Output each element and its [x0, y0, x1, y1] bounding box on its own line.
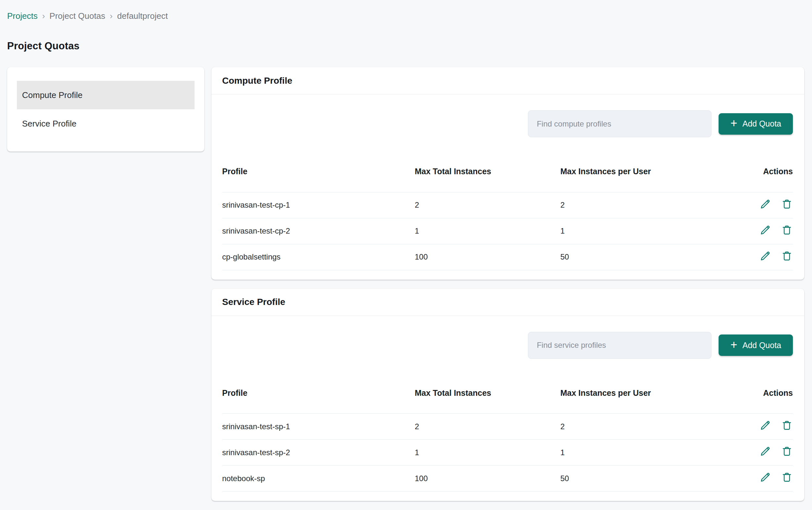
column-header-max-instances-per-user: Max Instances per User — [560, 373, 706, 414]
compute-profile-toolbar: + Add Quota — [222, 110, 793, 137]
delete-quota-button[interactable] — [781, 472, 793, 483]
table-row: notebook-sp 100 50 — [222, 465, 793, 491]
trash-icon — [781, 224, 793, 236]
actions-cell — [706, 440, 793, 465]
pencil-icon — [759, 446, 771, 457]
main-column: Compute Profile + Add Quota — [211, 67, 804, 501]
actions-cell — [706, 218, 793, 244]
project-quotas-page: Projects › Project Quotas › defaultproje… — [0, 0, 812, 501]
max-instances-per-user-cell: 50 — [560, 465, 706, 491]
column-header-max-total-instances: Max Total Instances — [415, 373, 560, 414]
actions-cell — [706, 244, 793, 270]
edit-quota-button[interactable] — [759, 224, 771, 236]
pencil-icon — [759, 224, 771, 236]
actions-cell — [706, 414, 793, 440]
max-instances-per-user-cell: 1 — [560, 440, 706, 465]
max-instances-per-user-cell: 2 — [560, 414, 706, 440]
column-header-max-instances-per-user: Max Instances per User — [560, 151, 706, 192]
max-instances-per-user-cell: 1 — [560, 218, 706, 244]
breadcrumb: Projects › Project Quotas › defaultproje… — [7, 10, 804, 22]
profile-name-cell: srinivasan-test-sp-2 — [222, 440, 415, 465]
service-profile-toolbar: + Add Quota — [222, 332, 793, 359]
table-header-row: Profile Max Total Instances Max Instance… — [222, 373, 793, 414]
service-profile-card-body: + Add Quota Profile Max Total Instances … — [211, 332, 804, 501]
service-profile-card-header: Service Profile — [211, 289, 804, 316]
trash-icon — [781, 198, 793, 210]
delete-quota-button[interactable] — [781, 420, 793, 431]
trash-icon — [781, 446, 793, 457]
max-total-instances-cell: 100 — [415, 465, 560, 491]
trash-icon — [781, 420, 793, 431]
max-total-instances-cell: 2 — [415, 192, 560, 218]
column-header-actions: Actions — [706, 373, 793, 414]
table-row: srinivasan-test-sp-2 1 1 — [222, 440, 793, 465]
table-row: cp-globalsettings 100 50 — [222, 244, 793, 270]
delete-quota-button[interactable] — [781, 198, 793, 210]
column-header-actions: Actions — [706, 151, 793, 192]
chevron-right-icon: › — [42, 10, 45, 22]
edit-quota-button[interactable] — [759, 198, 771, 210]
profile-name-cell: srinivasan-test-cp-1 — [222, 192, 415, 218]
max-total-instances-cell: 100 — [415, 244, 560, 270]
trash-icon — [781, 250, 793, 262]
actions-cell — [706, 192, 793, 218]
delete-quota-button[interactable] — [781, 224, 793, 236]
table-row: srinivasan-test-sp-1 2 2 — [222, 414, 793, 440]
profile-name-cell: srinivasan-test-sp-1 — [222, 414, 415, 440]
max-instances-per-user-cell: 50 — [560, 244, 706, 270]
compute-quota-table: Profile Max Total Instances Max Instance… — [222, 151, 793, 270]
plus-icon: + — [730, 339, 737, 351]
table-header-row: Profile Max Total Instances Max Instance… — [222, 151, 793, 192]
table-row: srinivasan-test-cp-1 2 2 — [222, 192, 793, 218]
column-header-max-total-instances: Max Total Instances — [415, 151, 560, 192]
page-title: Project Quotas — [7, 40, 804, 52]
profile-name-cell: notebook-sp — [222, 465, 415, 491]
sidebar-item-compute-profile[interactable]: Compute Profile — [17, 81, 194, 109]
chevron-right-icon: › — [110, 10, 113, 22]
pencil-icon — [759, 198, 771, 210]
max-total-instances-cell: 1 — [415, 440, 560, 465]
service-quota-table: Profile Max Total Instances Max Instance… — [222, 373, 793, 492]
compute-add-quota-button[interactable]: + Add Quota — [719, 113, 793, 135]
plus-icon: + — [730, 117, 737, 129]
edit-quota-button[interactable] — [759, 446, 771, 457]
table-row: srinivasan-test-cp-2 1 1 — [222, 218, 793, 244]
card-title-compute-profile: Compute Profile — [222, 76, 292, 86]
delete-quota-button[interactable] — [781, 250, 793, 262]
max-total-instances-cell: 1 — [415, 218, 560, 244]
card-title-service-profile: Service Profile — [222, 297, 285, 307]
pencil-icon — [759, 420, 771, 431]
pencil-icon — [759, 472, 771, 483]
edit-quota-button[interactable] — [759, 250, 771, 262]
profile-name-cell: cp-globalsettings — [222, 244, 415, 270]
column-header-profile: Profile — [222, 373, 415, 414]
add-quota-button-label: Add Quota — [742, 341, 781, 350]
service-add-quota-button[interactable]: + Add Quota — [719, 335, 793, 356]
edit-quota-button[interactable] — [759, 472, 771, 483]
profile-type-sidebar: Compute Profile Service Profile — [7, 67, 204, 151]
profile-name-cell: srinivasan-test-cp-2 — [222, 218, 415, 244]
column-header-profile: Profile — [222, 151, 415, 192]
compute-profiles-search-input[interactable] — [528, 110, 712, 137]
delete-quota-button[interactable] — [781, 446, 793, 457]
add-quota-button-label: Add Quota — [742, 119, 781, 129]
sidebar-item-service-profile[interactable]: Service Profile — [17, 109, 194, 138]
edit-quota-button[interactable] — [759, 420, 771, 431]
compute-profile-card-body: + Add Quota Profile Max Total Instances … — [211, 110, 804, 280]
actions-cell — [706, 465, 793, 491]
max-total-instances-cell: 2 — [415, 414, 560, 440]
content-area: Compute Profile Service Profile Compute … — [7, 67, 804, 501]
service-profile-card: Service Profile + Add Quota — [211, 289, 804, 501]
breadcrumb-item-current-project: defaultproject — [117, 10, 168, 22]
compute-profile-card: Compute Profile + Add Quota — [211, 67, 804, 280]
compute-profile-card-header: Compute Profile — [211, 67, 804, 94]
breadcrumb-item-project-quotas[interactable]: Project Quotas — [50, 10, 106, 22]
service-profiles-search-input[interactable] — [528, 332, 712, 359]
trash-icon — [781, 472, 793, 483]
breadcrumb-item-projects[interactable]: Projects — [7, 10, 38, 22]
pencil-icon — [759, 250, 771, 262]
max-instances-per-user-cell: 2 — [560, 192, 706, 218]
